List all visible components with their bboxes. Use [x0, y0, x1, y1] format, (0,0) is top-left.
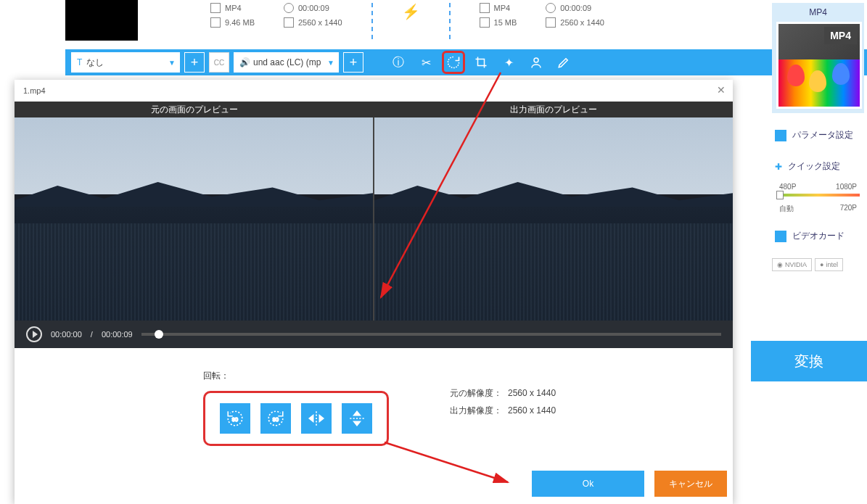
chevron-down-icon: ▼ — [327, 59, 334, 67]
flip-horizontal-button[interactable] — [301, 403, 332, 434]
format-card[interactable]: MP4 MP4 — [772, 3, 864, 113]
quick-settings-label: ✚ クイック設定 — [772, 157, 864, 175]
source-res-label: 元の解像度： — [450, 384, 502, 402]
subtitle-value: なし — [86, 57, 104, 69]
output-format: MP4 — [494, 4, 511, 12]
close-button[interactable]: ✕ — [717, 84, 726, 96]
convert-button[interactable]: 変換 — [751, 341, 867, 381]
preview-output — [373, 117, 733, 321]
seek-slider[interactable] — [141, 333, 721, 336]
format-thumbnail: MP4 — [776, 22, 862, 109]
clock-icon — [284, 3, 294, 13]
q720-label: 720P — [840, 204, 857, 214]
chevron-down-icon: ▼ — [168, 59, 176, 67]
bolt-icon: ⚡ — [402, 3, 420, 20]
rotate-icon[interactable] — [442, 51, 465, 74]
intel-badge: ● intel — [815, 258, 843, 271]
audio-value: und aac (LC) (mp — [253, 57, 321, 67]
nvidia-badge: ◉ NVIDIA — [772, 258, 812, 271]
output-resolution: 2560 x 1440 — [560, 18, 604, 27]
resolution-info: 元の解像度：2560 x 1440 出力解像度：2560 x 1440 — [450, 384, 556, 419]
param-settings-button[interactable]: パラメータ設定 — [772, 126, 864, 144]
dimensions-icon — [284, 17, 294, 28]
gpu-accel-button[interactable]: ビデオカード — [772, 227, 864, 245]
output-size: 15 MB — [494, 18, 517, 27]
audio-dropdown[interactable]: 🔊 und aac (LC) (mp ▼ — [234, 52, 339, 73]
rotate-dialog: 1.mp4 ✕ 元の画面のプレビュー 出力画面のプレビュー 00:00:00 /… — [15, 80, 733, 504]
folder-icon — [480, 17, 490, 28]
cut-icon[interactable]: ✂ — [414, 51, 437, 74]
preview-original — [15, 117, 373, 321]
clock-icon — [546, 3, 556, 13]
cc-button[interactable]: CC — [209, 52, 229, 73]
effects-icon[interactable]: ✦ — [497, 51, 520, 74]
q1080-label: 1080P — [836, 183, 857, 191]
rotate-label: 回転： — [203, 370, 544, 382]
chip-icon — [775, 231, 786, 242]
source-resolution: 2560 x 1440 — [298, 18, 342, 27]
rotate-right-90-button[interactable]: 90 — [260, 403, 291, 434]
add-audio-button[interactable]: + — [343, 52, 363, 73]
output-duration: 00:00:09 — [560, 4, 591, 12]
source-size: 9.46 MB — [225, 18, 255, 27]
add-subtitle-button[interactable]: + — [184, 52, 205, 73]
crop-icon[interactable] — [469, 51, 493, 74]
format-label: MP4 — [776, 7, 860, 17]
player-bar: 00:00:00 / 00:00:09 — [15, 321, 733, 348]
source-format: MP4 — [225, 4, 242, 12]
quality-slider[interactable] — [776, 194, 860, 197]
svg-text:90: 90 — [232, 416, 238, 423]
preview-area — [15, 117, 733, 321]
video-thumbnail — [65, 0, 138, 41]
time-current: 00:00:00 — [51, 330, 82, 339]
rotate-left-90-button[interactable]: 90 — [220, 403, 250, 434]
svg-point-0 — [534, 58, 538, 62]
svg-text:90: 90 — [273, 416, 279, 423]
right-sidebar: MP4 MP4 パラメータ設定 ✚ クイック設定 480P 1080P 自動 7… — [769, 0, 867, 274]
dimensions-icon — [546, 17, 556, 28]
auto-label: 自動 — [779, 204, 794, 214]
output-res-value: 2560 x 1440 — [508, 402, 556, 419]
edit-icon[interactable] — [552, 51, 575, 74]
folder-icon — [210, 17, 221, 28]
edit-toolbar: T なし ▼ + CC 🔊 und aac (LC) (mp ▼ + ⓘ ✂ ✦ — [65, 49, 867, 75]
format-icon — [480, 3, 490, 13]
format-icon — [210, 3, 221, 13]
source-res-value: 2560 x 1440 — [508, 384, 556, 402]
output-res-label: 出力解像度： — [450, 402, 502, 419]
watermark-icon[interactable] — [525, 51, 548, 74]
cancel-button[interactable]: キャンセル — [654, 471, 727, 497]
preview-left-label: 元の画面のプレビュー — [15, 102, 374, 117]
sliders-icon — [775, 130, 786, 141]
preview-right-label: 出力画面のプレビュー — [374, 102, 733, 117]
q480-label: 480P — [779, 183, 796, 191]
dialog-title: 1.mp4 — [15, 80, 733, 102]
play-button[interactable] — [26, 326, 42, 342]
ok-button[interactable]: Ok — [532, 471, 644, 497]
subtitle-dropdown[interactable]: T なし ▼ — [71, 52, 180, 73]
flip-vertical-button[interactable] — [342, 403, 372, 434]
source-duration: 00:00:09 — [298, 4, 329, 12]
time-total: 00:00:09 — [102, 330, 133, 339]
info-icon[interactable]: ⓘ — [387, 51, 410, 74]
rotate-button-group: 90 90 — [203, 391, 389, 446]
